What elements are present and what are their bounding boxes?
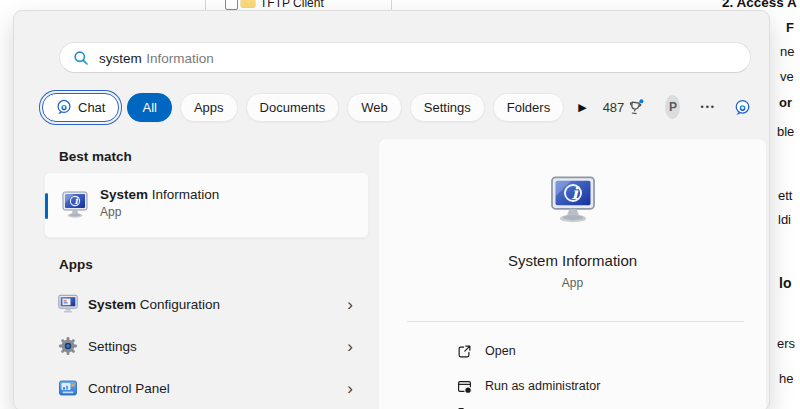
document-heading-fragment: 2. Access A [722, 0, 797, 10]
action-open-label: Open [485, 344, 516, 358]
app-item-control-panel[interactable]: Control Panel › [44, 367, 369, 409]
tab-all[interactable]: All [127, 93, 171, 122]
account-avatar[interactable]: P [665, 95, 680, 119]
best-match-title-bold: System [100, 187, 148, 202]
search-input[interactable]: system Information [59, 42, 751, 73]
action-open-file-location[interactable] [457, 405, 746, 409]
chevron-right-icon[interactable]: › [347, 338, 353, 355]
rewards-trophy-icon [626, 98, 645, 117]
best-match-item[interactable]: i System Information App [44, 172, 369, 238]
app-title-rest: Configuration [136, 297, 220, 312]
preview-title: System Information [379, 252, 766, 269]
chevron-right-icon[interactable]: › [347, 296, 353, 313]
tab-documents[interactable]: Documents [246, 93, 340, 122]
avatar-initial: P [669, 100, 677, 114]
tab-chat-label: Chat [78, 100, 105, 115]
document-text-fragment: ne [780, 44, 794, 59]
tab-settings-label: Settings [424, 100, 471, 115]
document-text-fragment: or [779, 95, 792, 110]
document-text-fragment: lo [779, 275, 791, 291]
app-item-settings[interactable]: Settings › [44, 325, 369, 367]
tab-apps[interactable]: Apps [180, 93, 238, 122]
chevron-right-icon[interactable]: › [347, 380, 353, 397]
preview-divider [407, 321, 744, 322]
open-external-icon [457, 344, 472, 359]
document-text-fragment: ble [777, 124, 794, 139]
bing-chat-icon [56, 99, 72, 115]
preview-app-icon: i [379, 172, 766, 228]
action-run-as-admin-label: Run as administrator [485, 379, 600, 393]
best-match-title-rest: Information [148, 187, 219, 202]
tab-web-label: Web [361, 100, 388, 115]
system-information-icon-large: i [545, 172, 601, 228]
document-text-fragment: ldi [778, 212, 791, 227]
document-text-fragment: he [779, 371, 793, 386]
file-checkbox[interactable] [225, 0, 238, 10]
bing-chat-button-icon[interactable] [734, 94, 751, 121]
rewards-counter[interactable]: 487 [603, 98, 646, 117]
file-item-label[interactable]: TFTP Client [260, 0, 324, 10]
system-configuration-icon [57, 293, 79, 315]
preview-subtitle: App [379, 276, 766, 290]
app-title-rest: Settings [88, 339, 137, 354]
app-title-bold: System [88, 297, 136, 312]
more-options-icon[interactable]: ••• [700, 102, 715, 112]
tab-web[interactable]: Web [347, 93, 402, 122]
best-match-text: System Information App [100, 187, 219, 219]
apps-section-header: Apps [59, 257, 93, 272]
action-run-as-administrator[interactable]: Run as administrator [457, 378, 746, 394]
app-item-system-configuration[interactable]: System Configuration › [44, 283, 369, 325]
system-information-icon: i [59, 189, 91, 221]
tab-folders-label: Folders [507, 100, 550, 115]
document-text-fragment: ve [780, 69, 794, 84]
tab-settings[interactable]: Settings [410, 93, 485, 122]
autocomplete-suggestion: Information [146, 51, 214, 66]
filter-row: Chat All Apps Documents Web Settings Fol… [39, 92, 751, 122]
folder-outline-icon [457, 406, 472, 409]
typed-query: system [99, 51, 142, 66]
tab-documents-label: Documents [260, 100, 326, 115]
action-open[interactable]: Open [457, 343, 746, 359]
settings-gear-icon [57, 336, 79, 356]
more-filters-icon[interactable]: ▶ [578, 101, 586, 114]
control-panel-icon [57, 378, 79, 398]
tab-apps-label: Apps [194, 100, 224, 115]
search-query-text: system Information [99, 49, 214, 67]
document-text-fragment: ers [777, 336, 795, 351]
document-text-fragment: ett [778, 188, 792, 203]
run-as-admin-icon [457, 379, 472, 394]
preview-pane: i System Information App Open Run as adm… [378, 138, 767, 409]
rewards-count: 487 [603, 100, 625, 115]
app-title-rest: Control Panel [88, 381, 170, 396]
document-text-fragment: F [786, 20, 794, 35]
tab-folders[interactable]: Folders [493, 93, 564, 122]
search-flyout-panel: system Information Chat All Apps Documen… [13, 10, 770, 409]
folder-icon [240, 0, 256, 9]
tab-all-label: All [142, 100, 156, 115]
tab-chat[interactable]: Chat [42, 93, 119, 122]
search-icon [73, 50, 89, 66]
best-match-subtitle: App [100, 205, 219, 219]
selection-accent-bar [45, 193, 48, 219]
best-match-header: Best match [59, 149, 132, 164]
